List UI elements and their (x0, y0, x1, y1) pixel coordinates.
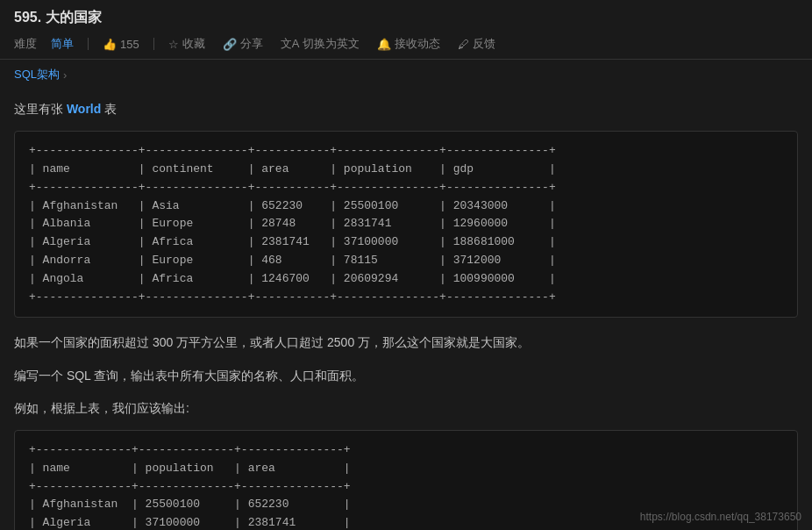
star-icon: ☆ (168, 38, 179, 51)
notification-button[interactable]: 🔔 接收动态 (370, 34, 447, 54)
page-title: 595. 大的国家 (14, 9, 798, 27)
table2-header: | name | population | area | (29, 462, 351, 475)
table1-code-block: +---------------+---------------+-------… (14, 131, 798, 318)
table2-row2: | Algeria | 37100000 | 2381741 | (29, 516, 351, 529)
table1-border-bottom: +---------------+---------------+-------… (29, 290, 556, 304)
feedback-icon: 🖊 (458, 38, 469, 51)
difficulty-value[interactable]: 简单 (44, 34, 81, 54)
table2-border-mid: +--------------+--------------+---------… (29, 480, 351, 493)
divider1 (88, 38, 89, 50)
description3: 例如，根据上表，我们应该输出: (14, 398, 798, 419)
bell-icon: 🔔 (377, 38, 391, 51)
notification-label: 接收动态 (395, 36, 440, 52)
divider2 (153, 38, 154, 50)
share-icon: 🔗 (223, 38, 237, 51)
toolbar: 难度 简单 👍 155 ☆ 收藏 🔗 分享 文A 切换为英文 🔔 接收动态 🖊 … (14, 34, 798, 54)
breadcrumb-separator: › (63, 68, 67, 82)
description2: 编写一个 SQL 查询，输出表中所有大国家的名称、人口和面积。 (14, 365, 798, 387)
table1-border-mid: +---------------+---------------+-------… (29, 181, 556, 194)
main-content: 这里有张 World 表 +---------------+----------… (0, 90, 812, 530)
intro-text: 这里有张 World 表 (14, 98, 798, 120)
description1: 如果一个国家的面积超过 300 万平方公里，或者人口超过 2500 万，那么这个… (14, 332, 798, 354)
table1-row1: | Afghanistan | Asia | 652230 | 25500100… (29, 199, 556, 212)
table1-row4: | Andorra | Europe | 468 | 78115 | 37120… (29, 254, 556, 267)
table2-row1: | Afghanistan | 25500100 | 652230 | (29, 498, 351, 511)
like-icon: 👍 (103, 38, 117, 51)
switch-lang-button[interactable]: 文A 切换为英文 (274, 34, 367, 54)
feedback-button[interactable]: 🖊 反馈 (451, 34, 502, 54)
collect-label: 收藏 (182, 36, 205, 52)
table1-row3: | Algeria | Africa | 2381741 | 37100000 … (29, 235, 556, 248)
table2-border-top: +--------------+--------------+---------… (29, 443, 351, 456)
feedback-label: 反馈 (473, 36, 495, 52)
table1-border-top: +---------------+---------------+-------… (29, 144, 556, 157)
like-button[interactable]: 👍 155 (96, 36, 146, 53)
breadcrumb: SQL架构 › (0, 60, 812, 90)
switch-lang-label: 切换为英文 (303, 36, 360, 52)
table1-header: | name | continent | area | population |… (29, 162, 556, 175)
like-count: 155 (120, 38, 139, 51)
table1-row2: | Albania | Europe | 28748 | 2831741 | 1… (29, 217, 556, 230)
table1-row5: | Angola | Africa | 1246700 | 20609294 |… (29, 272, 556, 285)
switch-lang-icon: 文A (281, 36, 300, 52)
share-label: 分享 (240, 36, 263, 52)
breadcrumb-sql[interactable]: SQL架构 (14, 67, 60, 82)
collect-button[interactable]: ☆ 收藏 (161, 34, 212, 54)
page-header: 595. 大的国家 难度 简单 👍 155 ☆ 收藏 🔗 分享 文A 切换为英文… (0, 0, 812, 60)
difficulty-label: 难度 (14, 36, 37, 52)
footer-url: https://blog.csdn.net/qq_38173650 (640, 511, 801, 523)
world-keyword: World (67, 102, 101, 116)
share-button[interactable]: 🔗 分享 (216, 34, 270, 54)
